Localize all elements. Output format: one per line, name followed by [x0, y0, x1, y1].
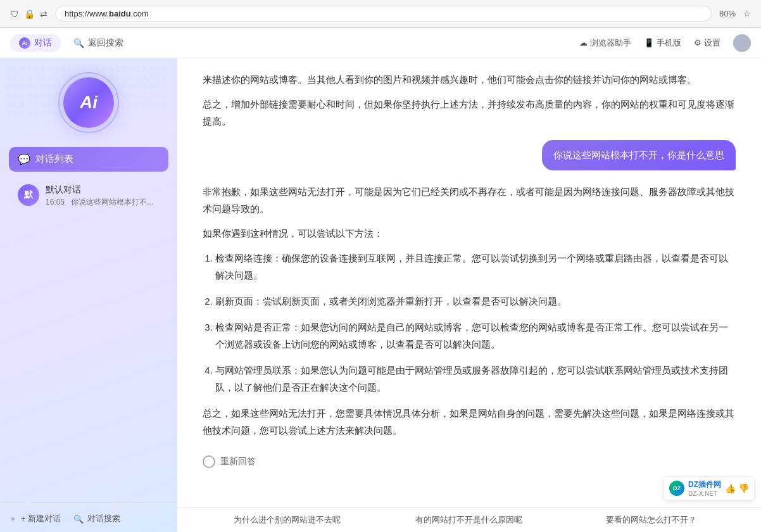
settings-button[interactable]: ⚙ 设置 — [694, 37, 720, 49]
dz-logo-icon: DZ — [669, 481, 684, 496]
mobile-icon: 📱 — [644, 38, 654, 48]
tab-icon: ⇄ — [40, 9, 47, 19]
chat-list-label: 对话列表 — [35, 153, 73, 165]
sidebar: AI生成 AI生成 AI生成 AI生成 AI生成 AI生成 AI生成 AI生成 … — [0, 58, 177, 532]
search-chat-button[interactable]: 🔍 对话搜索 — [73, 513, 120, 524]
sidebar-footer: ＋ + 新建对话 🔍 对话搜索 — [0, 505, 177, 532]
ai-intro: 非常抱歉，如果这些网站无法打开，可能是因为它们已经关闭或不再存在，或者可能是因为… — [203, 183, 736, 217]
gear-icon: ⚙ — [694, 38, 701, 48]
back-to-search-button[interactable]: 🔍 返回搜索 — [73, 37, 123, 49]
list-item[interactable]: 默 默认对话 16:05 你说这些网站根本打不... — [9, 178, 168, 214]
search-chat-label: 对话搜索 — [87, 513, 120, 524]
url-text: https://www.baidu.com — [65, 9, 149, 18]
partial-text-1: 来描述你的网站或博客。当其他人看到你的图片和视频并感兴趣时，他们可能会点击你的链… — [203, 71, 736, 88]
star-icon[interactable]: ☆ — [743, 9, 751, 18]
suggestions-bar: 为什么进个别的网站进不去呢 有的网站打不开是什么原因呢 要看的网站怎么打不开？ — [177, 507, 761, 532]
ai-logo-ring — [58, 72, 119, 133]
suggestion-item[interactable]: 有的网站打不开是什么原因呢 — [384, 514, 553, 526]
chat-item-content: 默认对话 16:05 你说这些网站根本打不... — [46, 184, 160, 208]
search-icon: 🔍 — [73, 38, 84, 48]
nav-bar: Ai 对话 🔍 返回搜索 ☁ 浏览器助手 📱 手机版 ⚙ 设置 — [0, 28, 761, 58]
ai-message-partial: 来描述你的网站或博客。当其他人看到你的图片和视频并感兴趣时，他们可能会点击你的链… — [203, 71, 736, 130]
lock-icon: 🔒 — [24, 9, 35, 19]
chat-item-preview: 16:05 你说这些网站根本打不... — [46, 197, 160, 208]
ai-message: 非常抱歉，如果这些网站无法打开，可能是因为它们已经关闭或不再存在，或者可能是因为… — [203, 183, 736, 439]
shield-icon: 🛡 — [10, 9, 19, 19]
avatar: 默 — [18, 184, 39, 206]
browser-assistant-button[interactable]: ☁ 浏览器助手 — [579, 37, 631, 49]
settings-label: 设置 — [704, 37, 720, 49]
ai-logo: Ai — [63, 77, 114, 128]
dz-name: DZ插件网 — [688, 479, 721, 490]
list-item: 检查网络连接：确保您的设备连接到互联网，并且连接正常。您可以尝试切换到另一个网络… — [215, 250, 736, 284]
ai-nav-icon: Ai — [19, 37, 30, 49]
ai-dialog-button[interactable]: Ai 对话 — [10, 34, 61, 52]
mobile-button[interactable]: 📱 手机版 — [644, 37, 681, 49]
dz-thumbs-area: 👍 👎 — [725, 483, 749, 493]
browser-security-icons: 🛡 🔒 ⇄ — [10, 9, 47, 19]
regen-icon — [203, 455, 215, 468]
zoom-level: 80% — [719, 9, 736, 18]
thumbs-down-icon[interactable]: 👎 — [738, 483, 749, 493]
chat-list-header: 💬 对话列表 — [9, 147, 168, 172]
dz-name-area: DZ插件网 DZ-X.NET — [688, 479, 721, 497]
list-item: 检查网站是否正常：如果您访问的网站是自己的网站或博客，您可以检查您的网站或博客是… — [215, 319, 736, 353]
new-chat-label: + 新建对话 — [21, 513, 61, 524]
chat-item-title: 默认对话 — [46, 184, 160, 196]
chat-scroll[interactable]: 来描述你的网站或博客。当其他人看到你的图片和视频并感兴趣时，他们可能会点击你的链… — [177, 58, 761, 507]
dz-url: DZ-X.NET — [688, 490, 721, 497]
chat-list-icon: 💬 — [18, 153, 30, 165]
list-item: 刷新页面：尝试刷新页面，或者关闭浏览器并重新打开，以查看是否可以解决问题。 — [215, 293, 736, 310]
regen-label: 重新回答 — [220, 456, 256, 467]
browser-bar: 🛡 🔒 ⇄ https://www.baidu.com 80% ☆ — [0, 0, 761, 28]
suggestion-item[interactable]: 为什么进个别的网站进不去呢 — [203, 514, 372, 526]
partial-text-2: 总之，增加外部链接需要耐心和时间，但如果你坚持执行上述方法，并持续发布高质量的内… — [203, 96, 736, 130]
suggestion-item[interactable]: 要看的网站怎么打不开？ — [567, 514, 736, 526]
ai-steps-list: 检查网络连接：确保您的设备连接到互联网，并且连接正常。您可以尝试切换到另一个网络… — [203, 250, 736, 396]
plus-icon: ＋ — [9, 513, 17, 524]
browser-assistant-label: 浏览器助手 — [590, 37, 631, 49]
mobile-label: 手机版 — [657, 37, 681, 49]
user-message-container: 你说这些网站根本打不开，你是什么意思 — [203, 140, 736, 170]
ai-try: 如果你遇到这种情况，可以尝试以下方法： — [203, 225, 736, 242]
browser-right-controls: 80% ☆ — [719, 9, 751, 18]
new-chat-button[interactable]: ＋ + 新建对话 — [9, 513, 61, 524]
regenerate-button[interactable]: 重新回答 — [203, 452, 736, 472]
sidebar-logo-area: Ai — [0, 58, 177, 141]
dz-plugin-badge: DZ DZ插件网 DZ-X.NET 👍 👎 — [664, 476, 755, 500]
search-icon: 🔍 — [73, 514, 84, 524]
thumbs-up-icon[interactable]: 👍 — [725, 483, 736, 493]
url-bar[interactable]: https://www.baidu.com — [55, 6, 712, 22]
nav-right-area: ☁ 浏览器助手 📱 手机版 ⚙ 设置 — [579, 34, 751, 52]
avatar[interactable] — [733, 34, 751, 52]
list-item: 与网站管理员联系：如果您认为问题可能是由于网站管理员或服务器故障引起的，您可以尝… — [215, 362, 736, 396]
ai-dialog-label: 对话 — [34, 37, 52, 49]
user-message: 你说这些网站根本打不开，你是什么意思 — [542, 140, 736, 170]
cloud-icon: ☁ — [579, 38, 588, 48]
content-area: 来描述你的网站或博客。当其他人看到你的图片和视频并感兴趣时，他们可能会点击你的链… — [177, 58, 761, 532]
ai-conclusion: 总之，如果这些网站无法打开，您需要具体情况具体分析，如果是网站自身的问题，需要先… — [203, 405, 736, 439]
back-label: 返回搜索 — [88, 37, 123, 49]
main-layout: AI生成 AI生成 AI生成 AI生成 AI生成 AI生成 AI生成 AI生成 … — [0, 58, 761, 532]
